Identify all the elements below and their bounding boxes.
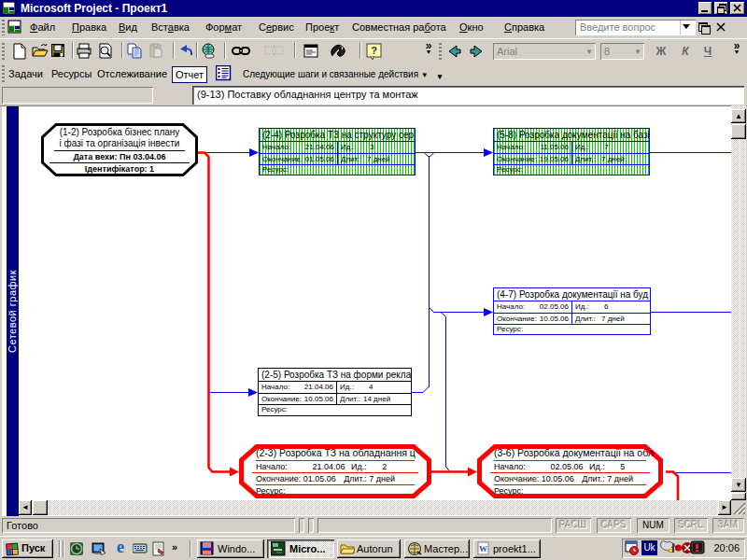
svg-text:?: ? — [371, 45, 377, 56]
svg-text:W: W — [479, 544, 487, 553]
